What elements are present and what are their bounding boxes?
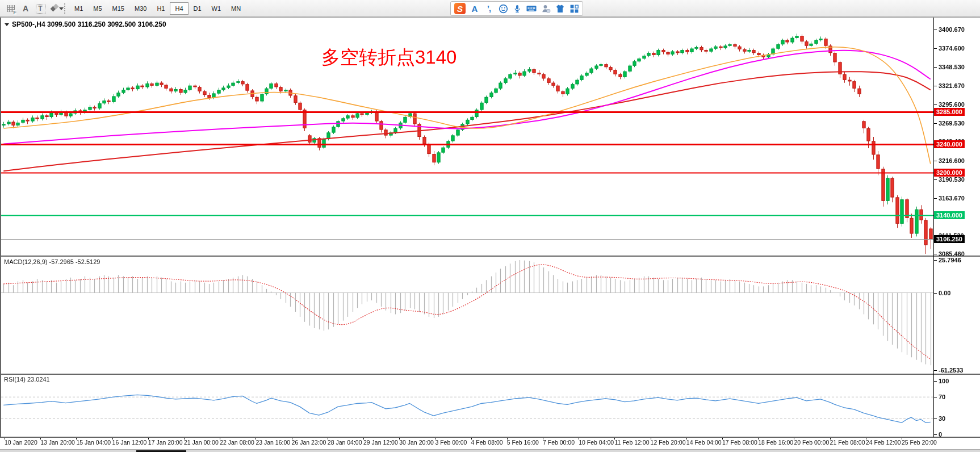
macd-label: MACD(12,26,9) -57.2965 -52.5129 [4, 258, 100, 265]
time-axis-label: 10 Jan 2020 [5, 439, 37, 446]
hline-price-badge: 3140.000 [934, 211, 965, 219]
timeframe-button-M15[interactable]: M15 [107, 2, 129, 15]
time-axis-label: 12 Feb 20:00 [651, 439, 686, 446]
price-axis-tick: 3321.670 [939, 82, 965, 89]
timeframe-button-M30[interactable]: M30 [129, 2, 152, 15]
price-axis-tick: 3295.600 [939, 101, 965, 108]
time-axis-label: 30 Jan 20:00 [399, 439, 434, 446]
time-axis-label: 25 Feb 20:00 [902, 439, 937, 446]
rsi-axis-tick: 0 [939, 431, 942, 438]
price-axis-tick: 3400.670 [939, 26, 965, 33]
rsi-axis-tick: 100 [939, 378, 949, 384]
ime-toolbar: S A ’, [450, 1, 583, 16]
mt4-application: F A T M1M5M15M30H1H4D1W1MN S A ’, [0, 0, 980, 452]
price-axis-tick: 3348.530 [939, 64, 965, 70]
ime-keyboard-icon[interactable] [526, 3, 537, 14]
timeframe-button-MN[interactable]: MN [226, 2, 246, 15]
time-axis-label: 18 Feb 16:00 [758, 439, 793, 446]
ime-user-icon[interactable] [541, 3, 551, 14]
time-axis-label: 3 Feb 00:00 [435, 439, 467, 446]
macd-axis-tick: 25.7946 [939, 257, 961, 263]
price-chart-canvas[interactable] [0, 18, 980, 452]
price-axis-tick: 3216.600 [939, 157, 965, 164]
price-axis-tick: 3269.530 [939, 120, 965, 127]
time-axis-label: 15 Jan 04:00 [76, 439, 111, 446]
time-axis-label: 4 Feb 08:00 [471, 439, 503, 446]
timeframe-button-M1[interactable]: M1 [69, 2, 88, 15]
text-tool-icon[interactable]: T [34, 2, 47, 15]
text-label-tool-icon[interactable]: A [19, 2, 32, 15]
macd-axis-tick: 0.00 [939, 290, 950, 296]
ime-toolbox-icon[interactable] [569, 3, 579, 14]
time-axis-label: 21 Jan 00:00 [184, 439, 219, 446]
grid-f-icon[interactable]: F [5, 2, 17, 15]
ime-language-icon[interactable]: A [470, 3, 480, 14]
sogou-logo-icon[interactable]: S [454, 3, 466, 14]
ime-punctuation-icon[interactable]: ’, [484, 3, 494, 14]
time-axis-label: 17 Jan 20:00 [148, 439, 183, 446]
horizontal-scrollbar[interactable] [0, 449, 980, 452]
ime-mic-icon[interactable] [512, 3, 522, 14]
top-toolbar: F A T M1M5M15M30H1H4D1W1MN S A ’, [0, 0, 980, 17]
time-axis-label: 16 Jan 12:00 [112, 439, 147, 446]
time-axis-label: 24 Feb 12:00 [866, 439, 901, 446]
toolbar-grip[interactable] [64, 3, 66, 14]
hline-price-badge: 3200.000 [934, 169, 965, 177]
rsi-label: RSI(14) 23.0241 [4, 376, 50, 383]
time-axis-label: 21 Feb 08:00 [830, 439, 865, 446]
price-axis-tick: 3374.600 [939, 45, 965, 52]
time-axis-label: 22 Jan 08:00 [220, 439, 254, 446]
timeframe-toolbar: M1M5M15M30H1H4D1W1MN [69, 2, 246, 15]
timeframe-button-W1[interactable]: W1 [207, 2, 227, 15]
symbol-ohlc-title: SP500-,H4 3099.500 3116.250 3092.500 310… [12, 20, 166, 28]
chart-collapse-caret-icon[interactable] [5, 23, 9, 26]
time-axis-label: 14 Feb 04:00 [686, 439, 722, 446]
timeframe-button-D1[interactable]: D1 [189, 2, 207, 15]
chart-window: SP500-,H4 3099.500 3116.250 3092.500 310… [0, 17, 980, 452]
time-axis-label: 7 Feb 00:00 [543, 439, 575, 446]
hline-price-badge: 3285.000 [934, 108, 965, 116]
time-axis-label: 11 Feb 12:00 [614, 439, 649, 446]
current-price-price-badge: 3106.250 [934, 235, 965, 243]
price-axis-tick: 3163.670 [939, 195, 965, 202]
hline-price-badge: 3240.000 [934, 140, 965, 148]
chart-annotation-text: 多空转折点3140 [321, 45, 457, 70]
time-axis-label: 23 Jan 16:00 [256, 439, 290, 446]
time-axis-label: 29 Jan 12:00 [363, 439, 398, 446]
timeframe-button-H4[interactable]: H4 [170, 2, 188, 15]
macd-axis-tick: -61.2533 [939, 367, 963, 374]
timeframe-button-M5[interactable]: M5 [88, 2, 107, 15]
ime-skin-icon[interactable] [555, 3, 565, 14]
time-axis-label: 20 Feb 00:00 [794, 439, 829, 446]
time-axis-label: 26 Jan 23:00 [292, 439, 326, 446]
time-axis-label: 17 Feb 08:00 [722, 439, 757, 446]
price-axis-tick: 3190.530 [939, 176, 965, 183]
timeframe-button-H1[interactable]: H1 [152, 2, 170, 15]
time-axis-label: 13 Jan 20:00 [40, 439, 75, 446]
rsi-axis-tick: 30 [939, 415, 945, 422]
rsi-axis-tick: 70 [939, 394, 945, 400]
time-axis-label: 5 Feb 16:00 [507, 439, 539, 446]
grid-f-letter: F [14, 10, 17, 15]
time-axis-label: 28 Jan 04:00 [328, 439, 362, 446]
time-axis-label: 10 Feb 04:00 [579, 439, 614, 446]
chart-title: SP500-,H4 3099.500 3116.250 3092.500 310… [5, 20, 166, 28]
ime-emoji-icon[interactable] [498, 3, 508, 14]
